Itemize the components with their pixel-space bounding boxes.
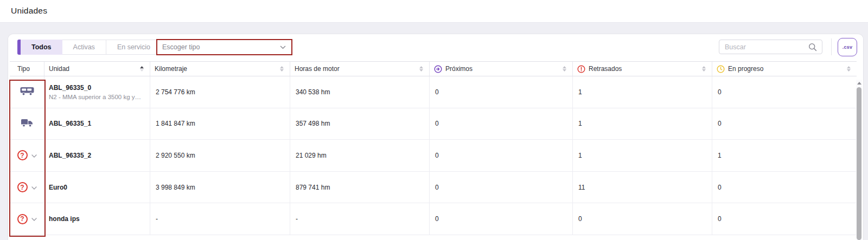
- unit-name: honda ips: [49, 215, 80, 223]
- column-header-retrasados[interactable]: Retrasados: [573, 62, 712, 76]
- clock-icon: [717, 65, 725, 73]
- expand-chevron-icon[interactable]: [31, 184, 37, 191]
- proximos-cell: 0: [430, 76, 573, 108]
- retrasados-cell: 1: [573, 108, 712, 140]
- column-header-horas-de-motor[interactable]: Horas de motor: [290, 62, 430, 76]
- en-progreso-cell: 0: [712, 76, 857, 108]
- export-csv-button[interactable]: .csv: [838, 38, 857, 56]
- type-select[interactable]: Escoger tipo: [156, 39, 292, 55]
- units-panel: Todos Activas En servicio Escoger tipo .…: [8, 34, 864, 240]
- type-select-placeholder: Escoger tipo: [157, 43, 280, 51]
- truck-icon: [21, 119, 34, 129]
- proximos-cell: 0: [430, 203, 573, 235]
- kilometraje-cell: -: [150, 203, 290, 235]
- table-row[interactable]: ABL_96335_1 1 841 847 km 357 498 hm 0 1 …: [10, 108, 857, 140]
- unknown-type-icon: ?: [17, 182, 28, 192]
- table-row[interactable]: ABL_96335_0 N2 - MMA superior a 3500 kg …: [10, 76, 857, 108]
- sort-icon: [279, 66, 284, 72]
- vertical-scrollbar[interactable]: [856, 80, 862, 240]
- status-filter-group: Todos Activas En servicio: [17, 40, 162, 55]
- unit-type-cell: ?: [10, 140, 44, 171]
- column-header-unidad[interactable]: Unidad: [44, 62, 150, 76]
- unit-name-cell: honda ips: [44, 203, 150, 235]
- sort-icon: [562, 66, 567, 72]
- unit-name-cell: Euro0: [44, 172, 150, 203]
- table-row[interactable]: ? honda ips - - 0 0 0: [10, 203, 857, 235]
- kilometraje-cell: 1 841 847 km: [150, 108, 290, 140]
- unit-name-cell: ABL_96335_1: [44, 108, 150, 140]
- unit-name: Euro0: [49, 184, 67, 191]
- toolbar-divider: [831, 38, 832, 55]
- proximos-cell: 0: [430, 140, 573, 171]
- table-row[interactable]: ? Euro0 3 998 849 km 879 741 hm 0 11 0: [10, 172, 857, 204]
- filter-tab-activas[interactable]: Activas: [62, 40, 106, 55]
- kilometraje-cell: 3 998 849 km: [150, 172, 290, 203]
- unit-name-cell: ABL_96335_2: [44, 140, 150, 171]
- unknown-type-icon: ?: [17, 150, 28, 160]
- units-page: Unidades Todos Activas En servicio Escog…: [0, 0, 868, 240]
- page-header: Unidades: [0, 0, 868, 23]
- retrasados-cell: 0: [573, 203, 712, 235]
- horas-motor-cell: -: [290, 203, 430, 235]
- proximos-cell: 0: [430, 172, 573, 203]
- filter-tab-todos[interactable]: Todos: [21, 40, 62, 55]
- unknown-type-icon: ?: [17, 214, 28, 224]
- table-header-row: Tipo Unidad Kilometraje Horas de motor: [10, 61, 857, 76]
- kilometraje-cell: 2 920 550 km: [150, 140, 290, 171]
- en-progreso-cell: 1: [712, 140, 857, 171]
- filter-tab-en-servicio[interactable]: En servicio: [106, 40, 162, 55]
- expand-chevron-icon[interactable]: [31, 215, 37, 223]
- unit-name: ABL_96335_1: [49, 120, 91, 127]
- unit-type-cell: [10, 76, 44, 108]
- expand-chevron-icon[interactable]: [31, 152, 37, 159]
- search-icon: [808, 43, 817, 51]
- search-box: [719, 40, 822, 54]
- unit-name: ABL_96335_2: [49, 152, 91, 159]
- sort-asc-icon: [139, 66, 144, 72]
- sort-icon: [846, 66, 851, 72]
- en-progreso-cell: 0: [712, 172, 857, 203]
- unit-type-cell: [10, 108, 44, 140]
- unit-name: ABL_96335_0: [49, 84, 91, 92]
- retrasados-cell: 11: [573, 172, 712, 203]
- retrasados-cell: 1: [573, 76, 712, 108]
- table-row[interactable]: ? ABL_96335_2 2 920 550 km 21 029 hm 0 1…: [10, 140, 857, 172]
- page-title: Unidades: [11, 6, 47, 16]
- next-circle-icon: [434, 65, 442, 73]
- unit-type-cell: ?: [10, 203, 44, 235]
- horas-motor-cell: 340 538 hm: [290, 76, 430, 108]
- unit-subtitle: N2 - MMA superior a 3500 kg y…: [49, 94, 141, 100]
- sort-icon: [701, 66, 706, 72]
- sort-icon: [419, 66, 424, 72]
- search-input[interactable]: [719, 43, 808, 51]
- column-header-tipo[interactable]: Tipo: [10, 62, 44, 76]
- scroll-up-arrow[interactable]: [857, 82, 861, 85]
- chevron-down-icon: [280, 46, 286, 49]
- horas-motor-cell: 21 029 hm: [290, 140, 430, 171]
- scrollbar-thumb[interactable]: [857, 87, 861, 240]
- column-header-kilometraje[interactable]: Kilometraje: [150, 62, 290, 76]
- unit-type-cell: ?: [10, 172, 44, 203]
- en-progreso-cell: 0: [712, 108, 857, 140]
- column-header-en-progreso[interactable]: En progreso: [712, 62, 857, 76]
- proximos-cell: 0: [430, 108, 573, 140]
- kilometraje-cell: 2 754 776 km: [150, 76, 290, 108]
- column-header-proximos[interactable]: Próximos: [430, 62, 573, 76]
- alert-circle-icon: [577, 65, 585, 73]
- horas-motor-cell: 357 498 hm: [290, 108, 430, 140]
- unit-name-cell: ABL_96335_0 N2 - MMA superior a 3500 kg …: [44, 76, 150, 108]
- horas-motor-cell: 879 741 hm: [290, 172, 430, 203]
- en-progreso-cell: 0: [712, 203, 857, 235]
- retrasados-cell: 1: [573, 140, 712, 171]
- units-table: Tipo Unidad Kilometraje Horas de motor: [10, 61, 857, 235]
- bus-icon: [20, 87, 34, 98]
